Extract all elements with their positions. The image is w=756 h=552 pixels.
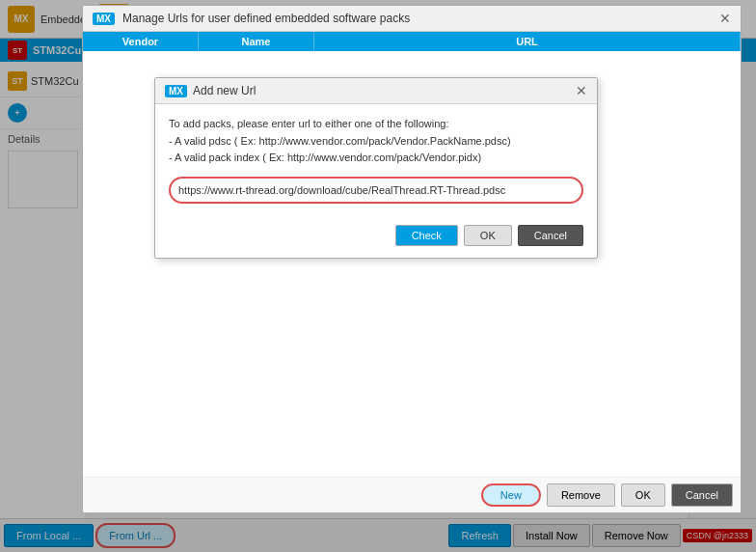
- add-url-body: To add packs, please enter url to either…: [155, 104, 597, 225]
- manage-new-button[interactable]: New: [481, 483, 541, 507]
- manage-table-header: Vendor Name URL: [83, 32, 741, 51]
- add-url-close-button[interactable]: ✕: [576, 84, 587, 97]
- url-col: URL: [314, 32, 741, 51]
- manage-cancel-button[interactable]: Cancel: [671, 483, 733, 507]
- add-url-titlebar: MX Add new Url ✕: [155, 78, 597, 104]
- vendor-col: Vendor: [83, 32, 199, 51]
- manage-bottom-btns: New Remove OK Cancel: [83, 477, 741, 512]
- manage-title-text: Manage Urls for user defined embedded so…: [122, 12, 410, 25]
- manage-titlebar: MX Manage Urls for user defined embedded…: [83, 6, 741, 32]
- add-url-footer: Check OK Cancel: [155, 225, 597, 258]
- info-line-1: To add packs, please enter url to either…: [169, 116, 583, 133]
- check-button[interactable]: Check: [395, 225, 458, 246]
- add-url-title: Add new Url: [193, 84, 256, 97]
- add-url-ok-button[interactable]: OK: [464, 225, 512, 246]
- add-url-mx-badge: MX: [165, 85, 187, 97]
- manage-mx-badge: MX: [93, 13, 115, 25]
- add-url-dialog: MX Add new Url ✕ To add packs, please en…: [154, 77, 598, 259]
- manage-ok-button[interactable]: OK: [621, 483, 665, 507]
- add-url-title-left: MX Add new Url: [165, 84, 256, 97]
- url-input[interactable]: [178, 180, 574, 200]
- info-line-2: - A valid pdsc ( Ex: http://www.vendor.c…: [169, 133, 583, 151]
- main-window: MX Embedded 📦 ST STM32Cu ST STM32Cu + De…: [0, 0, 756, 552]
- manage-close-button[interactable]: ✕: [719, 12, 731, 25]
- info-line-3: - A valid pack index ( Ex: http://www.ve…: [169, 150, 583, 167]
- add-url-cancel-button[interactable]: Cancel: [518, 225, 583, 246]
- url-input-wrapper: [169, 177, 583, 204]
- manage-title-left: MX Manage Urls for user defined embedded…: [93, 12, 410, 25]
- name-col: Name: [199, 32, 314, 51]
- manage-remove-button[interactable]: Remove: [547, 483, 615, 507]
- info-text-block: To add packs, please enter url to either…: [169, 116, 583, 167]
